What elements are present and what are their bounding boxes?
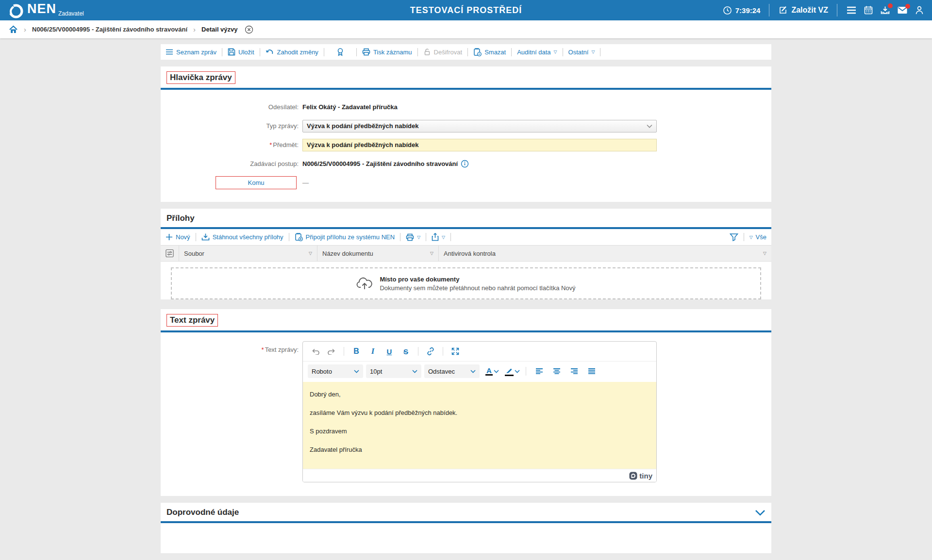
environment-title: TESTOVACÍ PROSTŘEDÍ <box>410 0 522 20</box>
home-icon[interactable] <box>9 25 18 34</box>
export-attachments-dropdown[interactable]: ▽ <box>432 233 445 241</box>
print-attachments-dropdown[interactable]: ▽ <box>406 233 420 241</box>
filter-icon[interactable] <box>730 233 738 241</box>
user-profile-button[interactable] <box>915 5 924 15</box>
create-vz-button[interactable]: Založit VZ <box>778 5 828 15</box>
align-right-icon <box>570 368 578 375</box>
recipient-link[interactable]: Komu <box>248 179 265 186</box>
editor-paragraph: Zadavatel příručka <box>310 446 649 453</box>
editor-content[interactable]: Dobrý den, zasíláme Vám výzvu k podání p… <box>303 382 656 469</box>
divider <box>837 4 837 16</box>
messages-button[interactable] <box>897 6 908 15</box>
chevron-down-icon: ▽ <box>749 235 753 240</box>
calendar-button[interactable] <box>864 5 873 15</box>
toolbar-separator <box>600 48 600 56</box>
font-size-select[interactable]: 10pt <box>366 364 421 378</box>
inbox-notification-badge <box>888 3 893 8</box>
column-header-antivirova-kontrola[interactable]: Antivirová kontrola ▽ <box>439 246 771 261</box>
attach-from-nen-button[interactable]: Připojit přílohu ze systému NEN <box>295 233 395 241</box>
section-title-accompanying: Doprovodné údaje <box>166 508 239 517</box>
message-list-button[interactable]: Seznam zpráv <box>166 49 216 56</box>
message-type-select[interactable]: Výzva k podání předběžných nabídek <box>302 120 657 132</box>
fullscreen-button[interactable] <box>448 345 463 358</box>
subject-input[interactable]: Výzva k podání předběžných nabídek <box>302 139 657 151</box>
share-icon <box>432 233 439 241</box>
breadcrumb-procedure[interactable]: N006/25/V00004995 - Zajištění závodního … <box>32 26 187 33</box>
accompanying-body <box>161 523 771 553</box>
align-justify-button[interactable] <box>584 365 599 378</box>
download-all-attachments-button[interactable]: Stáhnout všechny přílohy <box>201 233 283 241</box>
message-type-label: Typ zprávy: <box>161 122 302 130</box>
underline-button[interactable]: U <box>382 345 397 358</box>
inbox-button[interactable] <box>880 5 890 16</box>
info-icon[interactable] <box>461 160 469 168</box>
undo-button[interactable] <box>308 345 322 358</box>
tiny-brand[interactable]: tiny <box>629 472 652 480</box>
delete-button[interactable]: Smazat <box>473 48 506 56</box>
chevron-down-icon: ▽ <box>591 49 595 54</box>
record-toolbar: Seznam zpráv Uložit Zahodit změny Tisk z… <box>161 44 771 60</box>
chevron-down-icon: ▽ <box>554 49 557 54</box>
audit-data-dropdown[interactable]: Auditní data ▽ <box>517 49 557 56</box>
toolbar-label: Dešifrovat <box>434 49 463 56</box>
discard-changes-button[interactable]: Zahodit změny <box>266 49 318 56</box>
signature-seal-button[interactable] <box>330 48 351 56</box>
toolbar-separator <box>526 367 526 376</box>
procedure-value[interactable]: N006/25/V00004995 - Zajištění závodního … <box>302 160 458 167</box>
link-button[interactable] <box>423 345 438 358</box>
close-tab-icon[interactable] <box>245 25 253 34</box>
filter-caret-icon[interactable]: ▽ <box>763 251 766 256</box>
toolbar-separator <box>426 233 426 241</box>
toolbar-separator <box>324 48 324 56</box>
align-center-button[interactable] <box>549 365 564 378</box>
nen-logo[interactable]: NEN Zadavatel <box>8 1 84 19</box>
show-all-filter[interactable]: ▽ Vše <box>749 233 766 241</box>
divider <box>769 4 769 16</box>
print-record-button[interactable]: Tisk záznamu <box>362 48 412 56</box>
text-color-button[interactable]: A <box>485 367 499 376</box>
clock-icon <box>723 6 732 15</box>
bold-button[interactable]: B <box>349 345 364 358</box>
section-title-attachments: Přílohy <box>166 214 195 223</box>
highlighter-icon <box>505 367 513 374</box>
strikethrough-button[interactable]: S <box>399 345 413 358</box>
toolbar-separator <box>260 48 260 56</box>
menu-button[interactable] <box>846 6 857 15</box>
attachments-toolbar: Nový Stáhnout všechny přílohy Připojit p… <box>161 229 771 245</box>
block-format-select[interactable]: Odstavec <box>424 364 480 378</box>
recipient-empty-value: — <box>302 179 309 186</box>
highlight-color-button[interactable] <box>505 366 520 376</box>
decrypt-button: Dešifrovat <box>423 48 463 56</box>
toolbar-label: Auditní data <box>517 49 550 56</box>
column-settings-button[interactable] <box>161 246 179 261</box>
editor-toolbar-row1: B I U S <box>303 342 656 361</box>
messages-notification-badge <box>905 4 910 9</box>
column-header-soubor[interactable]: Soubor ▽ <box>179 246 317 261</box>
delete-icon <box>473 48 482 56</box>
toolbar-label: Nový <box>176 233 190 241</box>
redo-button[interactable] <box>324 345 339 358</box>
filter-caret-icon[interactable]: ▽ <box>309 251 312 256</box>
font-family-value: Roboto <box>312 368 332 375</box>
new-attachment-button[interactable]: Nový <box>166 233 190 241</box>
attachments-dropzone[interactable]: Místo pro vaše dokumenty Dokumenty sem m… <box>171 267 761 299</box>
filter-caret-icon[interactable]: ▽ <box>430 251 433 256</box>
font-size-value: 10pt <box>370 368 382 375</box>
toolbar-separator <box>450 233 451 241</box>
align-left-button[interactable] <box>532 365 547 378</box>
align-right-button[interactable] <box>567 365 582 378</box>
toolbar-separator <box>744 233 744 241</box>
recipient-picker[interactable]: Komu <box>216 176 297 189</box>
column-header-nazev-dokumentu[interactable]: Název dokumentu ▽ <box>317 246 439 261</box>
top-header-bar: NEN Zadavatel TESTOVACÍ PROSTŘEDÍ 7:39:2… <box>0 0 932 20</box>
required-marker: * <box>269 141 272 148</box>
accompanying-data-panel: Doprovodné údaje <box>161 503 771 553</box>
other-dropdown[interactable]: Ostatní ▽ <box>568 49 595 56</box>
save-button[interactable]: Uložit <box>228 48 254 56</box>
sender-value: Felix Okátý - Zadavatel příručka <box>302 103 398 111</box>
chevron-down-icon[interactable] <box>515 370 520 373</box>
collapse-chevron-icon[interactable] <box>755 510 766 516</box>
chevron-down-icon[interactable] <box>494 370 499 373</box>
font-family-select[interactable]: Roboto <box>308 364 363 378</box>
italic-button[interactable]: I <box>366 345 380 358</box>
